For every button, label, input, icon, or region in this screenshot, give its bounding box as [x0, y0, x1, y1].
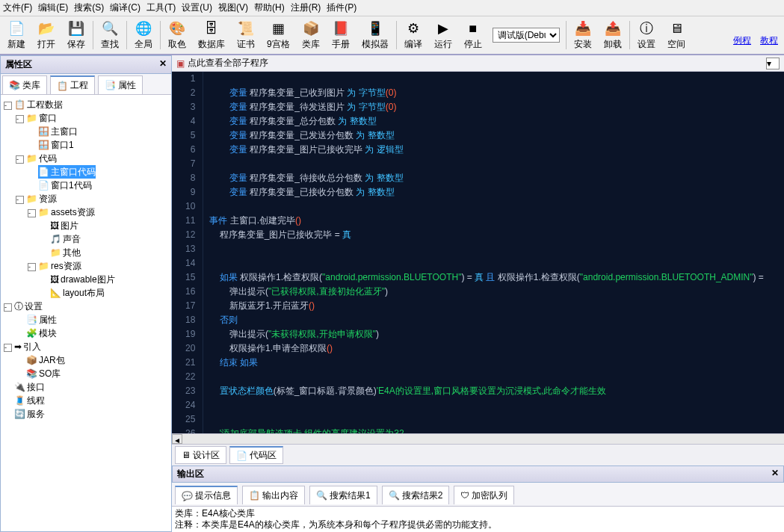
- output-tab-输出内容[interactable]: 📋输出内容: [242, 486, 305, 504]
- code-line[interactable]: 弹出提示("已获得权限,直接初始化蓝牙"): [209, 285, 784, 299]
- toolbar-新建[interactable]: 📄新建: [1, 18, 31, 52]
- output-tab-加密队列[interactable]: 🛡加密队列: [454, 486, 514, 504]
- toolbar-9宫格[interactable]: ▦9宫格: [261, 18, 296, 52]
- tree-node-drawable图片[interactable]: 🖼 drawable图片: [50, 273, 115, 286]
- toolbar-查找[interactable]: 🔍查找: [95, 18, 125, 52]
- panel-close-icon[interactable]: ✕: [159, 58, 167, 71]
- output-tab-搜索结果1[interactable]: 🔍搜索结果1: [309, 486, 377, 504]
- build-config-select[interactable]: 调试版(Debug): [493, 28, 560, 43]
- toolbar-安装[interactable]: 📥安装: [568, 18, 598, 52]
- code-line[interactable]: [209, 412, 784, 427]
- tree-node-引入[interactable]: ➡ 引入: [14, 340, 41, 353]
- tree-node-设置[interactable]: ⓘ 设置: [14, 300, 43, 313]
- tree-node-res资源[interactable]: 📁 res资源: [38, 259, 81, 273]
- menu-item[interactable]: 文件(F): [3, 1, 32, 14]
- toolbar-停止[interactable]: ■停止: [458, 18, 488, 52]
- tree-node-窗口[interactable]: 📁 窗口: [26, 111, 57, 125]
- code-line[interactable]: 置状态栏颜色(标签_窗口标题.背景颜色)'E4A的设置里,窗口风格要设置为沉浸模…: [209, 384, 784, 398]
- code-line[interactable]: '添加底部导航选项卡,组件的高度建议设置为32: [209, 427, 784, 433]
- menu-item[interactable]: 视图(V): [218, 1, 248, 14]
- toolbar-编译[interactable]: ⚙编译: [398, 18, 428, 52]
- tree-node-线程[interactable]: 🧵 线程: [14, 394, 45, 407]
- editor-dropdown-icon[interactable]: ▾: [766, 58, 780, 69]
- toolbar-手册[interactable]: 📕手册: [326, 18, 356, 52]
- tree-node-主窗口[interactable]: 🪟 主窗口: [38, 125, 78, 138]
- code-line[interactable]: 弹出提示("未获得权限,开始申请权限"): [209, 327, 784, 341]
- tree-node-接口[interactable]: 🔌 接口: [14, 380, 45, 394]
- code-line[interactable]: 结束 如果: [209, 356, 784, 370]
- link-例程[interactable]: 例程: [733, 24, 751, 47]
- toolbar-数据库[interactable]: 🗄数据库: [192, 18, 231, 52]
- tree-node-图片[interactable]: 🖼 图片: [50, 219, 78, 232]
- toolbar-设置[interactable]: ⓘ设置: [632, 18, 661, 52]
- code-line[interactable]: 事件 主窗口.创建完毕(): [209, 214, 784, 228]
- tree-node-模块[interactable]: 🧩 模块: [26, 327, 57, 340]
- toolbar-卸载[interactable]: 📤卸载: [598, 18, 628, 52]
- hscroll-left-icon[interactable]: ◂: [172, 434, 182, 444]
- toolbar-全局[interactable]: 🌐全局: [129, 18, 158, 52]
- code-line[interactable]: 变量 程序集变量_待接收总分包数 为 整数型: [209, 171, 784, 185]
- output-tab-提示信息[interactable]: 💬提示信息: [175, 486, 238, 504]
- code-line[interactable]: [209, 242, 784, 256]
- expand-icon[interactable]: -: [4, 303, 12, 312]
- expand-icon[interactable]: -: [16, 196, 24, 204]
- output-tab-搜索结果2[interactable]: 🔍搜索结果2: [382, 486, 450, 504]
- tree-node-工程数据[interactable]: 📋 工程数据: [14, 98, 63, 111]
- tree-node-窗口1[interactable]: 🪟 窗口1: [38, 138, 74, 152]
- code-line[interactable]: [209, 398, 784, 412]
- bottom-tab-代码区[interactable]: 📄代码区: [229, 446, 283, 464]
- toolbar-证书[interactable]: 📜证书: [231, 18, 261, 52]
- code-line[interactable]: [209, 370, 784, 384]
- menu-item[interactable]: 工具(T): [146, 1, 176, 14]
- toolbar-打开[interactable]: 📂打开: [31, 18, 61, 52]
- menu-item[interactable]: 编辑(E): [38, 1, 68, 14]
- code-line[interactable]: [209, 256, 784, 270]
- code-lines[interactable]: 变量 程序集变量_已收到图片 为 字节型(0) 变量 程序集变量_待发送图片 为…: [203, 72, 784, 433]
- code-line[interactable]: 变量 程序集变量_已发送分包数 为 整数型: [209, 129, 784, 143]
- toolbar-取色[interactable]: 🎨取色: [162, 18, 192, 52]
- toolbar-空间[interactable]: 🖥空间: [661, 18, 691, 52]
- code-line[interactable]: 变量 程序集变量_已接收分包数 为 整数型: [209, 185, 784, 200]
- tree-node-资源[interactable]: 📁 资源: [26, 192, 57, 205]
- left-tab-属性[interactable]: 📑属性: [98, 75, 143, 94]
- expand-icon[interactable]: -: [28, 209, 36, 217]
- toolbar-模拟器[interactable]: 📱模拟器: [356, 18, 395, 52]
- tree-node-SO库[interactable]: 📚 SO库: [26, 367, 61, 380]
- toolbar-保存[interactable]: 💾保存: [61, 18, 91, 52]
- tree-node-代码[interactable]: 📁 代码: [26, 152, 57, 165]
- tree-node-声音[interactable]: 🎵 声音: [50, 232, 81, 246]
- code-line[interactable]: [209, 157, 784, 171]
- code-line[interactable]: 程序集变量_图片已接收完毕 = 真: [209, 228, 784, 242]
- tree-node-主窗口代码[interactable]: 📄 主窗口代码: [38, 165, 96, 179]
- bottom-tab-设计区[interactable]: 🖥设计区: [175, 446, 226, 464]
- tree-node-assets资源[interactable]: 📁 assets资源: [38, 205, 95, 219]
- toolbar-类库[interactable]: 📦类库: [296, 18, 326, 52]
- code-line[interactable]: 权限操作1.申请全部权限(): [209, 341, 784, 356]
- code-line[interactable]: 变量 程序集变量_待发送图片 为 字节型(0): [209, 100, 784, 114]
- tree-node-窗口1代码[interactable]: 📄 窗口1代码: [38, 179, 92, 192]
- menu-item[interactable]: 注册(R): [291, 1, 321, 14]
- expand-icon[interactable]: -: [28, 263, 36, 271]
- tree-node-JAR包[interactable]: 📦 JAR包: [26, 353, 65, 367]
- left-tab-类库[interactable]: 📚类库: [2, 75, 47, 94]
- code-line[interactable]: 否则: [209, 313, 784, 327]
- code-line[interactable]: 如果 权限操作1.检查权限("android.permission.BLUETO…: [209, 270, 784, 285]
- menu-item[interactable]: 帮助(H): [254, 1, 285, 14]
- expand-icon[interactable]: -: [16, 115, 24, 123]
- link-教程[interactable]: 教程: [760, 24, 778, 47]
- code-editor[interactable]: 1234567891011121314151617181920212223242…: [172, 72, 784, 433]
- output-close-icon[interactable]: ✕: [771, 468, 779, 480]
- code-line[interactable]: [209, 200, 784, 214]
- expand-icon[interactable]: -: [4, 344, 12, 352]
- left-tab-工程[interactable]: 📋工程: [50, 75, 95, 94]
- code-line[interactable]: 新版蓝牙1.开启蓝牙(): [209, 299, 784, 313]
- expand-icon[interactable]: -: [4, 102, 12, 110]
- menu-item[interactable]: 设置(U): [182, 1, 212, 14]
- tree-node-服务[interactable]: 🔄 服务: [14, 407, 45, 421]
- tree-node-属性[interactable]: 📑 属性: [26, 313, 57, 327]
- menu-item[interactable]: 搜索(S): [74, 1, 104, 14]
- tree-node-layout布局[interactable]: 📐 layout布局: [50, 286, 105, 300]
- menu-item[interactable]: 编译(C): [110, 1, 141, 14]
- code-line[interactable]: 变量 程序集变量_总分包数 为 整数型: [209, 114, 784, 129]
- expand-icon[interactable]: -: [16, 155, 24, 164]
